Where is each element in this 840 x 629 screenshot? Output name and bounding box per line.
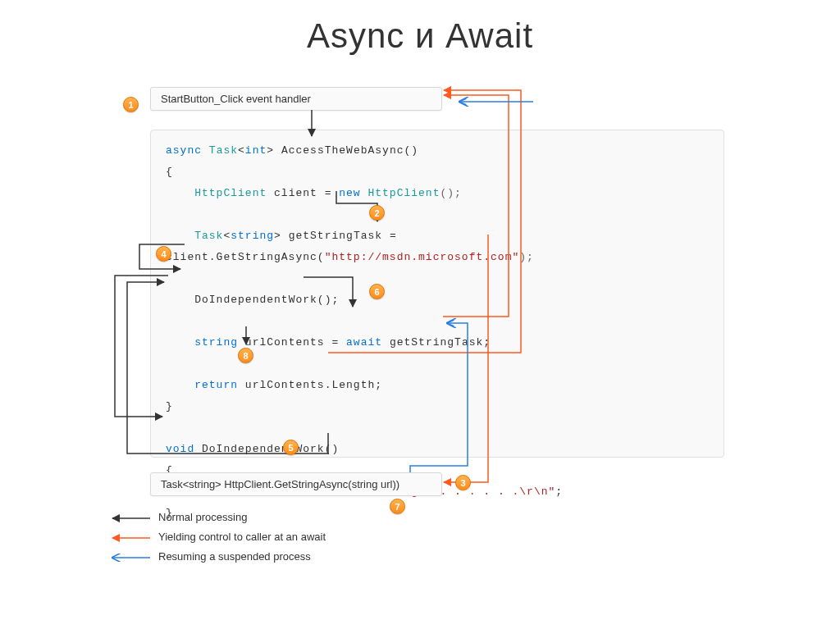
event-handler-box: StartButton_Click event handler bbox=[150, 87, 442, 111]
urlcontents-eq: urlContents = bbox=[238, 336, 346, 349]
legend-label-yield: Yielding control to caller at an await bbox=[158, 531, 326, 543]
semi-working: ; bbox=[555, 485, 563, 498]
legend-row-yield: Yielding control to caller at an await bbox=[111, 526, 326, 546]
getstringasync-box: Task<string> HttpClient.GetStringAsync(s… bbox=[150, 472, 442, 496]
kw-await: await bbox=[346, 336, 382, 349]
badge-7: 7 bbox=[390, 499, 405, 514]
client-eq: client = bbox=[267, 187, 339, 199]
kw-return: return bbox=[194, 379, 238, 391]
code-block: async Task<int> AccessTheWebAsync() { Ht… bbox=[150, 130, 724, 458]
angle-open2: < bbox=[223, 230, 231, 242]
ctor-httpclient: HttpClient bbox=[361, 187, 441, 199]
badge-3: 3 bbox=[455, 475, 471, 490]
method-doindependent: DoIndependentWork() bbox=[194, 443, 339, 455]
legend-label-normal: Normal processing bbox=[158, 511, 247, 523]
badge-4: 4 bbox=[156, 246, 171, 262]
kw-async: async bbox=[166, 144, 202, 157]
legend-row-resume: Resuming a suspended process bbox=[111, 546, 326, 566]
legend: Normal processing Yielding control to ca… bbox=[111, 507, 326, 566]
paren-1: (); bbox=[440, 187, 461, 199]
str-url: "http://msdn.microsoft.com" bbox=[325, 251, 520, 263]
legend-label-resume: Resuming a suspended process bbox=[158, 550, 311, 563]
legend-swatch-resume bbox=[111, 552, 152, 560]
kw-void: void bbox=[166, 443, 194, 455]
badge-1: 1 bbox=[123, 97, 139, 112]
brace-open-1: { bbox=[166, 166, 173, 178]
badge-8: 8 bbox=[238, 348, 253, 363]
legend-swatch-normal bbox=[111, 513, 152, 521]
kw-int: int bbox=[245, 144, 267, 157]
await-tgt: getStringTask; bbox=[382, 336, 491, 349]
legend-swatch-yield bbox=[111, 532, 152, 540]
kw-string2: string bbox=[194, 336, 238, 349]
type-httpclient: HttpClient bbox=[194, 187, 267, 199]
angle-open: < bbox=[238, 144, 245, 157]
kw-new: new bbox=[339, 187, 360, 199]
page-title: Async и Await bbox=[0, 16, 840, 56]
type-task: Task bbox=[209, 144, 238, 157]
legend-row-normal: Normal processing bbox=[111, 507, 326, 526]
type-task2: Task bbox=[194, 230, 223, 242]
call-doindependent: DoIndependentWork(); bbox=[194, 294, 339, 306]
diagram-canvas: StartButton_Click event handler async Ta… bbox=[0, 80, 840, 605]
method-name: AccessTheWebAsync() bbox=[281, 144, 418, 157]
badge-6: 6 bbox=[369, 284, 385, 299]
angle-close: > bbox=[267, 144, 281, 157]
kw-string: string bbox=[231, 230, 274, 242]
badge-2: 2 bbox=[369, 205, 385, 221]
badge-5: 5 bbox=[283, 440, 299, 455]
paren-2: ); bbox=[519, 251, 534, 263]
brace-close-1: } bbox=[166, 400, 173, 412]
return-expr: urlContents.Length; bbox=[238, 379, 382, 391]
